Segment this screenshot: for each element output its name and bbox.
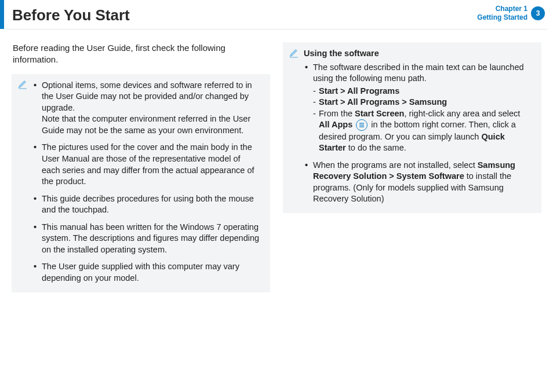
path-sep: > bbox=[399, 97, 409, 107]
menu-path: Start > All Programs bbox=[313, 86, 532, 97]
note-title: Using the software bbox=[304, 48, 532, 60]
menu-path: Start > All Programs > Samsung bbox=[313, 97, 532, 108]
header-meta: Chapter 1 Getting Started 3 bbox=[477, 3, 547, 22]
note-item: This guide decribes procedures for using… bbox=[34, 193, 261, 216]
page-number-badge: 3 bbox=[531, 6, 545, 20]
sub-paths: Start > All Programs Start > All Program… bbox=[313, 86, 532, 154]
note-text: The User guide supplied with this comput… bbox=[42, 262, 239, 283]
chapter-info: Chapter 1 Getting Started bbox=[477, 5, 527, 22]
notes-list-left: Optional items, some devices and softwar… bbox=[34, 80, 261, 284]
chapter-number: Chapter 1 bbox=[477, 5, 527, 13]
text: , right-click any area and select bbox=[404, 109, 520, 118]
system-software-label: System Software bbox=[396, 171, 464, 181]
page-number: 3 bbox=[536, 9, 540, 18]
path-segment: Samsung bbox=[409, 97, 447, 107]
note-item: The pictures used for the cover and the … bbox=[34, 142, 261, 187]
right-column: Using the software The software describe… bbox=[283, 42, 541, 292]
instruction-line: From the Start Screen, right-click any a… bbox=[313, 108, 532, 154]
note-pencil-icon bbox=[17, 80, 28, 90]
note-item: The User guide supplied with this comput… bbox=[34, 261, 261, 284]
path-sep: > bbox=[387, 171, 396, 181]
note-item: Optional items, some devices and softwar… bbox=[34, 80, 261, 137]
all-apps-icon bbox=[356, 119, 368, 131]
note-text: This guide decribes procedures for using… bbox=[42, 194, 254, 215]
note-subtext: Note that the computer environment refer… bbox=[42, 114, 250, 135]
note-item: The software described in the main text … bbox=[305, 62, 532, 154]
note-text: The pictures used for the cover and the … bbox=[42, 142, 254, 186]
note-item: This manual has been written for the Win… bbox=[34, 222, 261, 256]
path-segment: All Programs bbox=[347, 97, 399, 107]
text: When the programs are not installed, sel… bbox=[313, 160, 478, 170]
note-item: When the programs are not installed, sel… bbox=[305, 160, 532, 205]
text: to do the same. bbox=[346, 143, 406, 152]
path-segment: Start bbox=[319, 86, 338, 96]
left-column: Before reading the User Guide, first che… bbox=[12, 42, 270, 292]
path-sep: > bbox=[338, 86, 347, 96]
notes-box-left: Optional items, some devices and softwar… bbox=[12, 74, 270, 292]
note-pencil-icon bbox=[289, 49, 299, 59]
all-apps-label: All Apps bbox=[319, 120, 352, 129]
text: From the bbox=[319, 109, 355, 118]
chapter-title: Getting Started bbox=[477, 13, 527, 22]
note-text: This manual has been written for the Win… bbox=[42, 222, 259, 254]
path-sep: > bbox=[338, 97, 347, 107]
page-title: Before You Start bbox=[4, 3, 130, 25]
intro-text: Before reading the User Guide, first che… bbox=[12, 42, 270, 66]
path-segment: All Programs bbox=[347, 86, 399, 96]
notes-list-right: The software described in the main text … bbox=[305, 62, 532, 205]
page-header: Before You Start Chapter 1 Getting Start… bbox=[0, 0, 553, 29]
start-screen-label: Start Screen bbox=[355, 109, 404, 118]
note-text: Optional items, some devices and softwar… bbox=[42, 80, 252, 112]
notes-box-right: Using the software The software describe… bbox=[283, 42, 541, 213]
note-text: The software described in the main text … bbox=[313, 63, 524, 83]
content-columns: Before reading the User Guide, first che… bbox=[0, 30, 553, 292]
path-segment: Start bbox=[319, 97, 338, 107]
